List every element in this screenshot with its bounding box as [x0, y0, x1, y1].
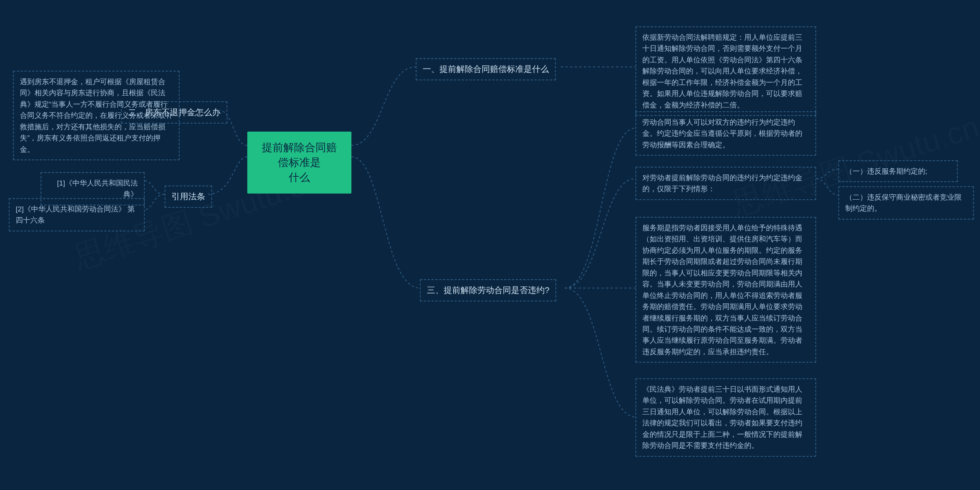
leaf-3-4-text: 《民法典》劳动者提前三十日以书面形式通知用人单位，可以解除劳动合同。劳动者在试用… — [642, 385, 802, 449]
leaf-2-text: 遇到房东不退押金，租户可根据《房屋租赁合同》相关内容与房东进行协商，且根据《民法… — [20, 78, 173, 153]
branch-references: 引用法条 — [165, 186, 212, 208]
root-line1: 提前解除合同赔偿标准是 — [262, 142, 337, 168]
leaf-3-1: 劳动合同当事人可以对双方的违约行为约定违约金。约定违约金应当遵循公平原则，根据劳… — [635, 111, 816, 156]
leaf-3-3-text: 服务期是指劳动者因接受用人单位给予的特殊待遇（如出资招用、出资培训、提供住房和汽… — [642, 224, 802, 356]
leaf-3-2: 对劳动者提前解除劳动合同的违约行为约定违约金的，仅限于下列情形： — [635, 167, 816, 200]
leaf-3-2-sub2: （二）违反保守商业秘密或者竞业限制约定的。 — [838, 186, 974, 220]
branch-3-label: 三、提前解除劳动合同是否违约? — [427, 285, 549, 295]
leaf-3-2-sub2-text: （二）违反保守商业秘密或者竞业限制约定的。 — [845, 193, 962, 212]
root-line2: 什么 — [289, 171, 310, 183]
branch-section-1: 一、提前解除合同赔偿标准是什么 — [416, 58, 556, 80]
leaf-1-text: 依据新劳动合同法解聘赔规定：用人单位应提前三十日通知解除劳动合同，否则需要额外支… — [642, 33, 802, 109]
leaf-section-1-content: 依据新劳动合同法解聘赔规定：用人单位应提前三十日通知解除劳动合同，否则需要额外支… — [635, 26, 816, 116]
leaf-3-3: 服务期是指劳动者因接受用人单位给予的特殊待遇（如出资招用、出资培训、提供住房和汽… — [635, 217, 816, 363]
root-node: 提前解除合同赔偿标准是 什么 — [247, 132, 351, 194]
leaf-ref-2: [2]《中华人民共和国劳动合同法》 第四十六条 — [9, 198, 145, 231]
leaf-section-2-content: 遇到房东不退押金，租户可根据《房屋租赁合同》相关内容与房东进行协商，且根据《民法… — [13, 71, 180, 160]
leaf-3-2-sub1: （一）违反服务期约定的; — [838, 160, 958, 182]
branch-refs-label: 引用法条 — [172, 192, 205, 201]
leaf-ref-1-text: [1]《中华人民共和国民法典》 — [57, 179, 138, 198]
leaf-3-2-text: 对劳动者提前解除劳动合同的违约行为约定违约金的，仅限于下列情形： — [642, 174, 802, 193]
leaf-3-1-text: 劳动合同当事人可以对双方的违约行为约定违约金。约定违约金应当遵循公平原则，根据劳… — [642, 118, 802, 149]
leaf-3-4: 《民法典》劳动者提前三十日以书面形式通知用人单位，可以解除劳动合同。劳动者在试用… — [635, 378, 816, 457]
leaf-ref-2-text: [2]《中华人民共和国劳动合同法》 第四十六条 — [16, 205, 135, 224]
branch-1-label: 一、提前解除合同赔偿标准是什么 — [423, 64, 549, 74]
branch-section-3: 三、提前解除劳动合同是否违约? — [420, 279, 556, 301]
leaf-3-2-sub1-text: （一）违反服务期约定的; — [845, 167, 927, 175]
